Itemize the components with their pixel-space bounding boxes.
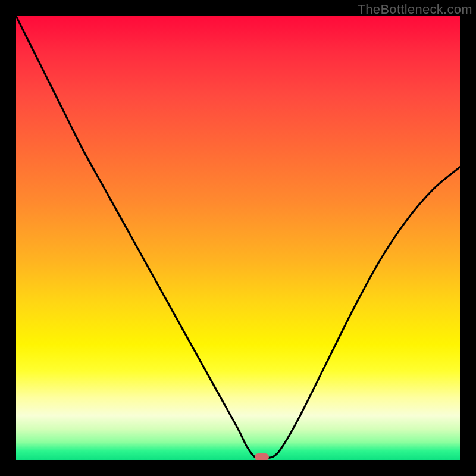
- bottleneck-curve: [16, 16, 460, 459]
- curve-svg: [16, 16, 460, 460]
- bottleneck-marker: [255, 453, 269, 460]
- plot-area: [16, 16, 460, 460]
- watermark-text: TheBottleneck.com: [358, 2, 472, 17]
- chart-frame: TheBottleneck.com: [0, 0, 476, 476]
